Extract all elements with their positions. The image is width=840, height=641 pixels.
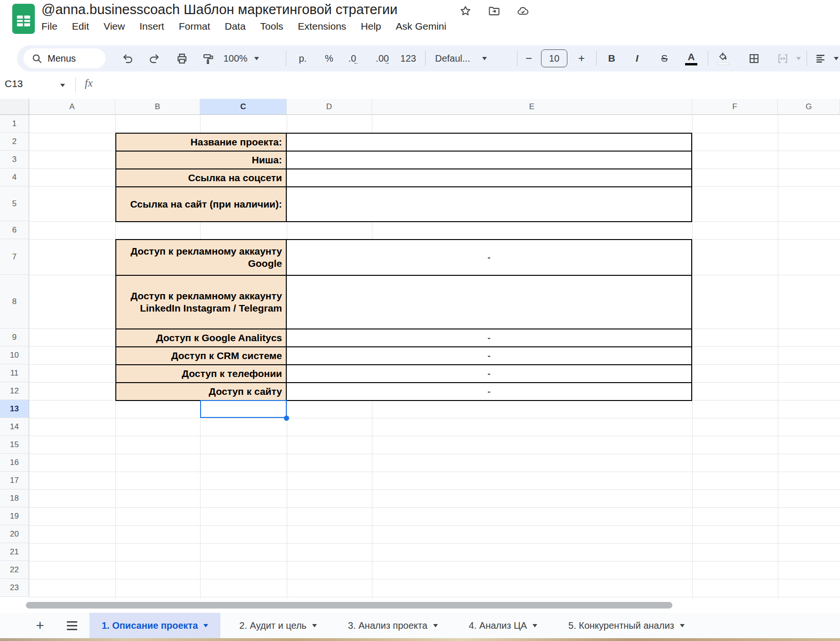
row-header-8[interactable]: 8 xyxy=(0,275,29,329)
row-header-2[interactable]: 2 xyxy=(0,133,29,151)
row-header-7[interactable]: 7 xyxy=(0,239,29,275)
document-title[interactable]: @anna.businesscoach Шаблон маркетинговой… xyxy=(41,2,397,17)
menu-item-tools[interactable]: Tools xyxy=(260,21,283,32)
fill-color-button[interactable] xyxy=(713,45,732,72)
font-family-select[interactable]: Defaul... xyxy=(435,45,506,72)
select-all-corner[interactable] xyxy=(0,99,29,115)
value-cell-row-3[interactable] xyxy=(286,151,692,169)
bold-button[interactable]: B xyxy=(602,45,621,72)
row-header-18[interactable]: 18 xyxy=(0,489,29,507)
menu-item-insert[interactable]: Insert xyxy=(139,21,164,32)
sheet-tab-3[interactable]: 3. Анализ проекта xyxy=(336,613,450,638)
value-cell-row-12[interactable]: - xyxy=(286,382,692,401)
cloud-saved-icon[interactable] xyxy=(517,5,529,17)
increase-decimal-button[interactable]: .00→ xyxy=(371,45,394,72)
row-header-23[interactable]: 23 xyxy=(0,579,29,597)
menu-item-view[interactable]: View xyxy=(104,21,125,32)
label-cell-row-3[interactable]: Ниша: xyxy=(115,151,287,169)
label-cell-row-8[interactable]: Доступ к рекламному аккаунту LinkedIn In… xyxy=(115,275,287,329)
decrease-decimal-button[interactable]: .0← xyxy=(342,45,363,72)
star-icon[interactable] xyxy=(459,5,472,17)
menu-item-data[interactable]: Data xyxy=(225,21,245,32)
sheet-tab-2[interactable]: 2. Аудит и цель xyxy=(227,613,329,638)
menu-item-format[interactable]: Format xyxy=(179,21,210,32)
label-cell-row-4[interactable]: Ссылка на соцсети xyxy=(115,168,287,187)
font-size-input[interactable]: 10 xyxy=(541,45,567,72)
row-header-15[interactable]: 15 xyxy=(0,436,29,454)
label-cell-row-5[interactable]: Ссылка на сайт (при наличии): xyxy=(115,186,287,222)
value-cell-row-7[interactable]: - xyxy=(286,239,692,276)
menus-search-button[interactable]: Menus xyxy=(24,48,105,68)
row-header-9[interactable]: 9 xyxy=(0,329,29,346)
spreadsheet-grid[interactable]: Название проекта:Ниша:Ссылка на соцсетиС… xyxy=(0,99,840,599)
chevron-down-icon[interactable] xyxy=(60,84,65,87)
label-cell-row-11[interactable]: Доступ к телефонии xyxy=(115,364,287,383)
chevron-down-icon[interactable] xyxy=(433,624,438,627)
currency-format-button[interactable]: p. xyxy=(292,45,313,72)
row-header-19[interactable]: 19 xyxy=(0,507,29,525)
value-cell-row-5[interactable] xyxy=(286,186,692,222)
fill-handle[interactable] xyxy=(284,416,289,421)
chevron-down-icon[interactable] xyxy=(312,624,317,627)
all-sheets-menu-button[interactable] xyxy=(61,613,83,638)
sheet-tab-5[interactable]: 5. Конкурентный анализ xyxy=(556,613,697,638)
merge-cells-dropdown[interactable] xyxy=(793,45,804,72)
value-cell-row-2[interactable] xyxy=(286,133,692,152)
label-cell-row-10[interactable]: Доступ к CRM системе xyxy=(115,346,287,365)
column-header-E[interactable]: E xyxy=(372,99,692,115)
column-header-A[interactable]: A xyxy=(29,99,115,115)
chevron-down-icon[interactable] xyxy=(680,624,685,627)
move-to-folder-icon[interactable] xyxy=(488,5,501,17)
merge-cells-button[interactable] xyxy=(773,45,792,72)
paint-format-button[interactable] xyxy=(199,45,218,72)
sheet-tab-1[interactable]: 1. Описание проекта xyxy=(89,613,220,638)
column-header-B[interactable]: B xyxy=(115,99,200,115)
row-header-5[interactable]: 5 xyxy=(0,186,29,221)
value-cell-row-10[interactable]: - xyxy=(286,346,692,365)
row-header-16[interactable]: 16 xyxy=(0,454,29,472)
row-header-21[interactable]: 21 xyxy=(0,543,29,561)
google-sheets-logo-icon[interactable] xyxy=(12,4,35,34)
row-header-6[interactable]: 6 xyxy=(0,221,29,239)
print-button[interactable] xyxy=(172,45,191,72)
decrease-font-size-button[interactable]: − xyxy=(521,45,537,72)
row-header-3[interactable]: 3 xyxy=(0,151,29,168)
italic-button[interactable]: I xyxy=(628,45,646,72)
row-header-11[interactable]: 11 xyxy=(0,364,29,382)
row-header-4[interactable]: 4 xyxy=(0,168,29,186)
label-cell-row-2[interactable]: Название проекта: xyxy=(115,133,287,152)
row-header-12[interactable]: 12 xyxy=(0,382,29,400)
value-cell-row-9[interactable]: - xyxy=(286,329,692,347)
zoom-control[interactable]: 100% xyxy=(220,45,262,72)
horizontal-align-dropdown[interactable] xyxy=(831,45,840,72)
row-header-13[interactable]: 13 xyxy=(0,400,29,418)
menu-item-edit[interactable]: Edit xyxy=(72,21,89,32)
column-header-G[interactable]: G xyxy=(778,99,840,115)
value-cell-row-4[interactable] xyxy=(286,168,692,187)
row-header-1[interactable]: 1 xyxy=(0,115,29,133)
menu-item-help[interactable]: Help xyxy=(361,21,381,32)
row-header-17[interactable]: 17 xyxy=(0,472,29,489)
sheet-tab-4[interactable]: 4. Анализ ЦА xyxy=(457,613,549,638)
horizontal-align-button[interactable] xyxy=(811,45,830,72)
add-sheet-button[interactable]: + xyxy=(29,613,51,638)
increase-font-size-button[interactable]: + xyxy=(573,45,590,72)
label-cell-row-9[interactable]: Доступ к Google Analitycs xyxy=(115,329,287,347)
row-header-10[interactable]: 10 xyxy=(0,346,29,364)
label-cell-row-7[interactable]: Доступ к рекламному аккаунту Google xyxy=(115,239,287,276)
name-box[interactable]: C13 xyxy=(5,78,23,89)
undo-button[interactable] xyxy=(118,45,137,72)
label-cell-row-12[interactable]: Доступ к сайту xyxy=(115,382,287,401)
number-format-button[interactable]: 123 xyxy=(398,45,419,72)
chevron-down-icon[interactable] xyxy=(203,624,208,627)
column-header-D[interactable]: D xyxy=(287,99,372,115)
menu-item-file[interactable]: File xyxy=(41,21,57,32)
chevron-down-icon[interactable] xyxy=(533,624,537,627)
row-header-20[interactable]: 20 xyxy=(0,525,29,543)
horizontal-scrollbar[interactable] xyxy=(26,602,672,609)
value-cell-row-11[interactable]: - xyxy=(286,364,692,383)
row-header-22[interactable]: 22 xyxy=(0,561,29,579)
menu-item-extensions[interactable]: Extensions xyxy=(298,21,347,32)
redo-button[interactable] xyxy=(145,45,163,72)
menu-item-ask-gemini[interactable]: Ask Gemini xyxy=(396,21,446,32)
